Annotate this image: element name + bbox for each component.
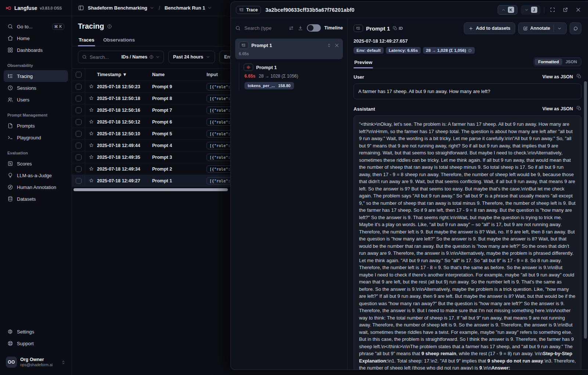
star-icon[interactable]: [89, 84, 94, 89]
sidebar-item-label: Support: [17, 341, 34, 346]
sliders-icon[interactable]: [288, 25, 294, 31]
tree-node-trace[interactable]: Prompt 1 6.65s: [235, 39, 343, 59]
gear-icon: [7, 329, 13, 335]
timeline-toggle[interactable]: [307, 24, 321, 32]
sidebar-item-prompts[interactable]: Prompts: [4, 120, 68, 132]
horizontal-scrollbar[interactable]: [74, 188, 228, 191]
star-icon[interactable]: [89, 178, 94, 183]
star-icon[interactable]: [89, 154, 94, 160]
star-icon[interactable]: [89, 119, 94, 125]
star-icon[interactable]: [89, 166, 94, 172]
chevrons-up-down-icon[interactable]: [327, 43, 331, 48]
project-selector[interactable]: Benchmark Run 1: [165, 5, 212, 11]
sidebar-item-datasets[interactable]: Datasets: [4, 193, 68, 205]
button-divider: [553, 25, 554, 32]
copy-content-button[interactable]: [577, 106, 581, 112]
chevron-down-icon[interactable]: [557, 26, 562, 31]
row-checkbox[interactable]: [76, 166, 82, 172]
user-menu[interactable]: OO Org Owner ops@shadeform.ai: [4, 354, 68, 370]
comments-button[interactable]: [570, 22, 581, 34]
row-name: Prompt 2: [152, 167, 207, 172]
star-icon[interactable]: [89, 131, 94, 136]
row-checkbox[interactable]: [76, 84, 82, 90]
row-name: Prompt 9: [152, 84, 207, 89]
row-checkbox[interactable]: [76, 107, 82, 113]
view-as-json-button[interactable]: View as JSON: [542, 106, 573, 111]
format-toggle: Formatted JSON: [534, 57, 581, 66]
generation-icon: [246, 65, 251, 69]
column-header-name[interactable]: Name: [152, 72, 207, 77]
prev-trace-button[interactable]: K: [498, 5, 517, 15]
generation-latency: 6.65s: [244, 74, 255, 79]
search-icon: [235, 25, 241, 31]
collapse-all-icon[interactable]: [334, 43, 339, 48]
row-checkbox[interactable]: [76, 143, 82, 149]
row-timestamp: 2025-07-18 12:50:10: [97, 131, 152, 136]
observation-timestamp: 2025-07-18 12:49:27.657: [354, 38, 581, 44]
goto-button[interactable]: Go to... ⌘ K: [4, 21, 68, 32]
tab-traces[interactable]: Traces: [78, 35, 95, 46]
sidebar-item-scores[interactable]: Scores: [4, 158, 68, 169]
row-checkbox[interactable]: [76, 119, 82, 125]
format-formatted[interactable]: Formatted: [535, 58, 562, 65]
row-checkbox[interactable]: [76, 178, 82, 184]
vertical-scrollbar[interactable]: [584, 81, 587, 339]
info-icon[interactable]: [107, 24, 112, 29]
expand-button[interactable]: [548, 5, 557, 15]
search-box[interactable]: IDs / Names: [78, 51, 164, 63]
sidebar-item-settings[interactable]: Settings: [4, 326, 68, 338]
trace-type-badge: Trace: [236, 6, 261, 14]
sidebar-item-llm-as-a-judge[interactable]: LLM-as-a-Judge: [4, 169, 68, 181]
column-header-timestamp[interactable]: Timestamp ▼: [97, 72, 152, 77]
sidebar-item-dashboards[interactable]: Dashboards: [4, 44, 68, 56]
row-checkbox[interactable]: [76, 154, 82, 160]
annotate-button[interactable]: Annotate: [518, 22, 567, 34]
close-button[interactable]: [573, 5, 583, 15]
sidebar-item-label: LLM-as-a-Judge: [17, 173, 52, 178]
search-input[interactable]: [90, 54, 117, 60]
sidebar-item-home[interactable]: Home: [4, 32, 68, 44]
add-to-datasets-button[interactable]: Add to datasets: [464, 22, 515, 34]
tab-observations[interactable]: Observations: [103, 35, 136, 46]
open-in-new-button[interactable]: [560, 5, 570, 15]
row-checkbox[interactable]: [76, 131, 82, 137]
sidebar-item-support[interactable]: Support: [4, 338, 68, 349]
copy-id-button[interactable]: ID: [393, 26, 403, 31]
star-icon[interactable]: [89, 96, 94, 101]
sidebar-item-sessions[interactable]: Sessions: [4, 82, 68, 94]
row-timestamp: 2025-07-18 12:49:35: [97, 155, 152, 160]
select-all-checkbox[interactable]: [76, 72, 82, 78]
sidebar-item-label: Users: [17, 97, 29, 103]
tab-preview[interactable]: Preview: [354, 58, 373, 68]
copy-content-button[interactable]: [577, 74, 581, 80]
org-selector[interactable]: Shadeform Benchmarking: [88, 5, 154, 11]
format-json[interactable]: JSON: [562, 58, 580, 65]
assistant-message-content: "<think>\nOkay, let's see. The problem i…: [354, 115, 581, 369]
panel-left-icon[interactable]: [78, 5, 84, 11]
time-range-filter[interactable]: Past 24 hours: [168, 51, 215, 63]
sidebar-item-users[interactable]: Users: [4, 94, 68, 106]
generation-token-usage: 28 → 1028 (Σ 1056): [259, 74, 298, 79]
tree-node-generation[interactable]: Prompt 1 6.65s 28 → 1028 (Σ 1056) tokens…: [244, 64, 343, 89]
row-checkbox[interactable]: [76, 96, 82, 101]
tree-node-name: Prompt 1: [256, 65, 277, 70]
sidebar-item-human-annotation[interactable]: Human Annotation: [4, 181, 68, 193]
sidebar-item-playground[interactable]: Playground: [4, 132, 68, 143]
row-name: Prompt 8: [152, 96, 207, 101]
search-mode-selector[interactable]: IDs / Names: [121, 54, 160, 60]
star-icon[interactable]: [89, 107, 94, 113]
view-as-json-button[interactable]: View as JSON: [542, 74, 573, 79]
next-trace-button[interactable]: J: [521, 5, 541, 15]
metric-badge[interactable]: tokens_per_... 158.80: [244, 82, 294, 89]
token-usage-badge[interactable]: 28 → 1,028 (Σ 1,056): [423, 47, 475, 54]
download-icon[interactable]: [298, 25, 303, 31]
sidebar-item-tracing[interactable]: Tracing: [4, 70, 68, 82]
users-icon: [7, 97, 13, 103]
row-timestamp: 2025-07-18 12:49:34: [97, 167, 152, 172]
annotate-label: Annotate: [530, 26, 550, 31]
tree-node-name: Prompt 1: [251, 43, 272, 48]
chevron-down-icon: [150, 6, 154, 10]
star-icon[interactable]: [89, 143, 94, 148]
avatar: OO: [6, 357, 17, 368]
tree-search-input[interactable]: [244, 25, 285, 31]
